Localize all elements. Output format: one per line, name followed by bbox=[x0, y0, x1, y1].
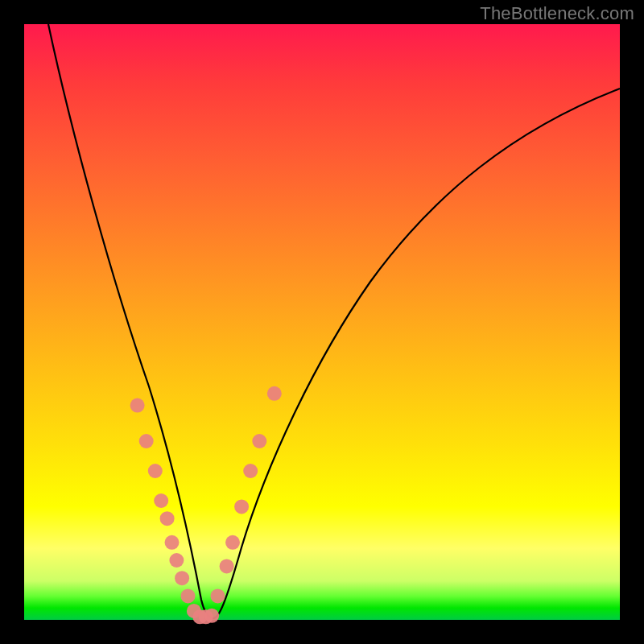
data-point bbox=[252, 434, 266, 448]
data-dots bbox=[130, 386, 282, 625]
data-point bbox=[243, 464, 258, 478]
watermark-text: TheBottleneck.com bbox=[480, 3, 634, 24]
data-point bbox=[154, 493, 168, 508]
data-point bbox=[181, 588, 196, 603]
data-point bbox=[130, 398, 145, 413]
bottleneck-curve bbox=[48, 24, 620, 618]
data-point bbox=[204, 609, 219, 623]
data-point bbox=[169, 553, 184, 568]
data-point bbox=[211, 588, 225, 603]
data-point bbox=[148, 464, 163, 478]
data-point bbox=[267, 386, 282, 401]
data-point bbox=[220, 559, 234, 573]
data-point bbox=[160, 511, 175, 526]
data-point bbox=[225, 535, 240, 550]
chart-plot-area bbox=[24, 24, 620, 620]
data-point bbox=[165, 535, 180, 550]
data-point bbox=[175, 571, 189, 585]
data-point bbox=[139, 434, 154, 448]
chart-svg bbox=[24, 24, 620, 620]
data-point bbox=[234, 499, 249, 514]
